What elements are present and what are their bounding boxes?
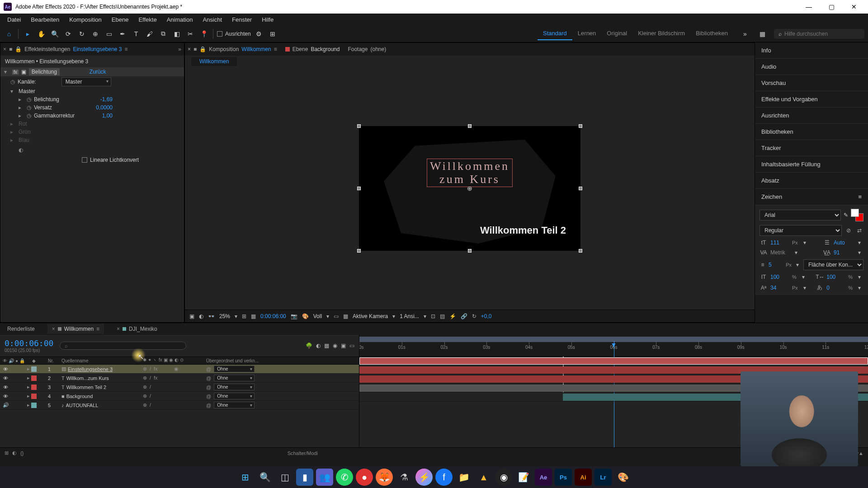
label-color[interactable] (31, 403, 37, 408)
task-search-icon[interactable]: 🔍 (256, 469, 274, 486)
font-size-input[interactable]: 111 (770, 239, 789, 246)
transform-handle[interactable] (468, 124, 472, 128)
timeline-tab[interactable]: × DJI_Mexiko (112, 324, 162, 334)
app3-icon[interactable]: ▲ (475, 469, 492, 486)
twirl-icon[interactable]: ▾ (4, 69, 9, 75)
workspace-standard[interactable]: Standard (538, 27, 572, 40)
twirl-icon[interactable]: ▸ (27, 402, 30, 408)
switch-icon[interactable]: ⊕ (143, 393, 147, 399)
twirl-icon[interactable]: ▸ (27, 366, 30, 372)
notepad-icon[interactable]: 📝 (515, 469, 532, 486)
help-search-input[interactable] (784, 31, 860, 37)
track-row[interactable] (359, 357, 868, 366)
start-icon[interactable]: ⊞ (236, 469, 254, 486)
orbit-tool-icon[interactable]: ⟳ (63, 28, 74, 39)
task-view-icon[interactable]: ◫ (276, 469, 293, 486)
tl-shy-icon[interactable]: ◐ (316, 343, 321, 349)
menu-bearbeiten[interactable]: Bearbeiten (26, 14, 64, 25)
fx-badge-icon[interactable]: fx (12, 70, 19, 75)
menu-ansicht[interactable]: Ansicht (198, 14, 226, 25)
label-color[interactable] (31, 394, 37, 399)
menu-datei[interactable]: Datei (3, 14, 25, 25)
obs-icon[interactable]: ◉ (495, 469, 512, 486)
layer-tab-name[interactable]: Background (311, 46, 340, 52)
menu-animation[interactable]: Animation (162, 14, 198, 25)
maximize-button[interactable]: ▢ (821, 0, 842, 14)
visibility-toggle[interactable]: 👁 (3, 385, 8, 390)
brush-tool-icon[interactable]: 🖌 (144, 28, 155, 39)
vscale-input[interactable]: 100 (770, 274, 789, 280)
tl-graph-icon[interactable]: ▦ (324, 343, 329, 349)
stopwatch-icon[interactable]: ◷ (27, 96, 31, 103)
no-fill-icon[interactable]: ⊘ (844, 227, 853, 234)
tl-draft-icon[interactable]: ▣ (341, 343, 346, 349)
home-icon[interactable]: ⌂ (4, 28, 14, 39)
pickwhip-icon[interactable]: @ (206, 385, 211, 390)
camera-dropdown[interactable]: Aktive Kamera (353, 313, 388, 319)
workspace-more-icon[interactable]: » (740, 28, 750, 39)
effect-reset-link[interactable]: Zurück (90, 69, 106, 75)
panel-tab-layer-link[interactable]: Einstellungsebene 3 (73, 46, 122, 52)
selection-tool-icon[interactable]: ▸ (22, 28, 33, 39)
zoom-dropdown[interactable]: 25% (219, 313, 230, 319)
prop-value[interactable]: 1,00 (102, 113, 180, 119)
zoom-tool-icon[interactable]: 🔍 (49, 28, 60, 39)
channels-dropdown[interactable]: Master (61, 77, 111, 86)
firefox-icon[interactable]: 🦊 (376, 469, 393, 486)
eyedropper-icon[interactable]: ✎ (844, 212, 848, 218)
color-swatches[interactable] (851, 209, 863, 221)
snap-checkbox[interactable]: Ausrichten (217, 31, 251, 37)
font-weight-dropdown[interactable]: Regular (760, 225, 842, 236)
color-mgmt-icon[interactable]: 🎨 (302, 313, 309, 319)
parent-dropdown[interactable]: Ohne (214, 393, 255, 399)
app2-icon[interactable]: ⚗ (396, 469, 413, 486)
toggle-modes-icon[interactable]: ◐ (12, 450, 17, 456)
switch-icon[interactable]: ⊕ (143, 375, 147, 381)
side-panel-tracker[interactable]: Tracker (755, 140, 868, 156)
parent-dropdown[interactable]: Ohne (214, 402, 255, 408)
label-color[interactable] (31, 366, 37, 372)
side-panel-info[interactable]: Info (755, 42, 868, 59)
toggle-brackets-icon[interactable]: {} (20, 450, 24, 456)
menu-effekte[interactable]: Effekte (134, 14, 161, 25)
footer-label[interactable]: Schalter/Modi (288, 450, 318, 456)
menu-fenster[interactable]: Fenster (227, 14, 256, 25)
ps-icon[interactable]: Ps (555, 469, 572, 486)
timeline-tab[interactable]: × Willkommen ≡ (47, 324, 104, 334)
visibility-toggle[interactable]: 🔊 (3, 402, 8, 408)
transform-handle[interactable] (579, 187, 582, 190)
side-panel-vorschau[interactable]: Vorschau (755, 75, 868, 91)
layer-name[interactable]: Background (66, 394, 93, 399)
roto-tool-icon[interactable]: ✂ (185, 28, 196, 39)
panel-menu-icon[interactable]: ≡ (858, 193, 862, 200)
stroke-width-input[interactable]: 5 (769, 262, 783, 268)
snapshot-icon[interactable]: 📷 (291, 313, 297, 319)
anchor-point-icon[interactable]: ⊕ (467, 185, 472, 192)
transform-handle[interactable] (357, 187, 361, 190)
zoom-in-icon[interactable]: ▲ (859, 450, 863, 456)
shape-tool-icon[interactable]: ▭ (104, 28, 114, 39)
leading-input[interactable]: Auto (834, 239, 853, 246)
stopwatch-icon[interactable]: ◷ (27, 104, 31, 111)
pickwhip-icon[interactable]: @ (206, 394, 211, 399)
alpha-icon[interactable]: ▣ (189, 313, 194, 319)
teams-icon[interactable]: 👥 (316, 469, 333, 486)
switch-icon[interactable]: ⊕ (143, 384, 147, 390)
pickwhip-icon[interactable]: @ (206, 375, 211, 381)
layer-row[interactable]: 🔊▸5♪AUTOUNFALL⊕/@Ohne (0, 401, 359, 410)
fast-preview-icon[interactable]: ⚡ (449, 313, 456, 319)
snap-more-icon[interactable]: ⊞ (267, 28, 278, 39)
cti-head-icon[interactable]: ▼ (611, 341, 617, 348)
label-color[interactable] (31, 375, 37, 381)
twirl-icon[interactable]: ▸ (19, 104, 24, 111)
eye-column-icon[interactable]: 👁 (3, 358, 7, 363)
layer-row[interactable]: 👁▸2TWillkom...zum Kurs⊕/fx@Ohne (0, 374, 359, 383)
text-layer-2[interactable]: Willkommen Teil 2 (480, 225, 566, 236)
folder-icon[interactable]: 📁 (455, 469, 472, 486)
lock-icon[interactable]: 🔒 (199, 46, 206, 52)
grid-icon[interactable]: ⊞ (242, 313, 246, 319)
twirl-icon[interactable]: ▾ (10, 88, 16, 94)
pixel-ar-icon[interactable]: ▤ (440, 313, 445, 319)
viewer-timecode[interactable]: 0:00:06:00 (260, 313, 286, 319)
app4-icon[interactable]: 🎨 (614, 469, 632, 486)
